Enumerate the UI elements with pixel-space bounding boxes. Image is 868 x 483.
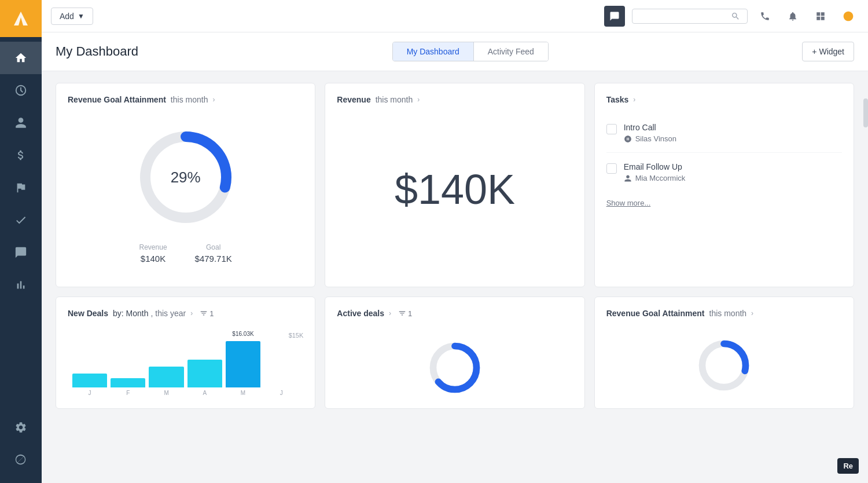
sidebar-item-deals[interactable] bbox=[0, 139, 42, 171]
new-deals-chevron[interactable]: › bbox=[190, 309, 193, 317]
tab-my-dashboard[interactable]: My Dashboard bbox=[393, 42, 474, 61]
revenue-month-card: Revenue this month › $140K bbox=[325, 83, 584, 287]
active-deals-chevron[interactable]: › bbox=[389, 309, 391, 317]
add-widget-button[interactable]: + Widget bbox=[802, 42, 854, 61]
tasks-chevron[interactable]: › bbox=[633, 96, 635, 104]
task-person-intro-call: Silas Vinson bbox=[624, 134, 842, 143]
search-bar[interactable] bbox=[632, 9, 748, 24]
sidebar-item-tasks[interactable] bbox=[0, 204, 42, 236]
chat-icon bbox=[14, 246, 27, 259]
new-deals-filter-count: 1 bbox=[209, 309, 214, 318]
donut-stat-goal: Goal $479.71K bbox=[195, 243, 232, 264]
active-deals-chart bbox=[337, 327, 572, 397]
chat-bubble-icon bbox=[609, 11, 620, 21]
sidebar-item-reports[interactable] bbox=[0, 171, 42, 204]
grid-icon bbox=[815, 11, 826, 21]
task-item-email-followup: Email Follow Up Mia Mccormick bbox=[606, 153, 842, 192]
tasks-card-header: Tasks › bbox=[606, 95, 842, 104]
revenue-month-value: $140K bbox=[337, 114, 572, 265]
svg-marker-0 bbox=[14, 12, 28, 25]
bar-label-f: F bbox=[111, 390, 145, 396]
sidebar-item-home[interactable] bbox=[0, 42, 42, 74]
donut-chart: 29% bbox=[134, 125, 238, 229]
chevron-down-icon: ▼ bbox=[78, 12, 84, 20]
bar-j1 bbox=[72, 374, 107, 387]
new-deals-title-light: , this year bbox=[151, 309, 186, 318]
bar-label-m2: M bbox=[226, 390, 260, 396]
dollar-icon bbox=[14, 149, 27, 162]
revenue-month-chevron[interactable]: › bbox=[417, 96, 420, 104]
revenue-goal-bottom-chevron[interactable]: › bbox=[751, 309, 753, 317]
bar-m2: $16.03K bbox=[226, 341, 260, 387]
task-name-email-followup: Email Follow Up bbox=[624, 162, 842, 171]
sidebar-item-settings[interactable] bbox=[0, 411, 42, 444]
donut-stat-revenue: Revenue $140K bbox=[139, 243, 167, 264]
bar-label-m1: M bbox=[149, 390, 183, 396]
task-content-intro-call: Intro Call Silas Vinson bbox=[624, 123, 842, 143]
task-person-name-email-followup: Mia Mccormick bbox=[635, 174, 686, 182]
revenue-goal-bottom-card: Revenue Goal Attainment this month › bbox=[594, 297, 854, 409]
revenue-goal-bottom-chart bbox=[606, 327, 842, 394]
bar-m1 bbox=[149, 367, 183, 387]
bar-f bbox=[111, 378, 145, 387]
scrollbar-track[interactable] bbox=[863, 93, 868, 483]
task-person-email-followup: Mia Mccormick bbox=[624, 174, 842, 182]
filter-icon-active-deals bbox=[398, 309, 406, 317]
revenue-goal-card-header: Revenue Goal Attainment this month › bbox=[68, 95, 303, 104]
scrollbar-thumb[interactable] bbox=[863, 98, 868, 127]
task-checkbox-email-followup[interactable] bbox=[606, 163, 617, 174]
bar-chart-icon bbox=[14, 279, 27, 291]
grid-button[interactable] bbox=[810, 6, 831, 27]
dashboard-area: Revenue Goal Attainment this month › bbox=[42, 71, 868, 483]
revenue-month-title-bold: Revenue bbox=[337, 95, 370, 104]
active-deals-donut bbox=[426, 339, 484, 397]
revenue-goal-chevron[interactable]: › bbox=[212, 96, 215, 104]
tab-activity-feed[interactable]: Activity Feed bbox=[474, 42, 548, 61]
sidebar-bottom bbox=[0, 411, 42, 476]
bar-label-j1: J bbox=[72, 390, 107, 396]
new-deals-title-bold: New Deals bbox=[68, 309, 108, 318]
task-content-email-followup: Email Follow Up Mia Mccormick bbox=[624, 162, 842, 182]
bar-label-a: A bbox=[187, 390, 222, 396]
tasks-card: Tasks › Intro Call Silas V bbox=[594, 83, 854, 287]
sidebar-item-analytics[interactable] bbox=[0, 269, 42, 301]
sidebar-item-zendesk[interactable] bbox=[0, 444, 42, 476]
tab-group-container: My Dashboard Activity Feed bbox=[138, 42, 802, 61]
bar-label-j2: J bbox=[264, 390, 299, 396]
home-icon bbox=[14, 52, 27, 64]
sidebar-item-feed[interactable] bbox=[0, 74, 42, 107]
task-checkbox-intro-call[interactable] bbox=[606, 124, 617, 134]
phone-button[interactable] bbox=[755, 6, 775, 27]
chat-active-button[interactable] bbox=[604, 6, 625, 27]
task-item-intro-call: Intro Call Silas Vinson bbox=[606, 114, 842, 153]
bar-chart-top-label: $15K bbox=[68, 332, 303, 339]
revenue-goal-bottom-title-light: this month bbox=[709, 309, 747, 318]
zendesk-apps-button[interactable] bbox=[838, 6, 859, 27]
donut-container: 29% Revenue $140K Goal $479.71K bbox=[68, 114, 303, 275]
bar-chart-container: $15K $16.03K J F M bbox=[68, 327, 303, 396]
sidebar-item-contacts[interactable] bbox=[0, 107, 42, 139]
page-header-right: + Widget bbox=[802, 42, 854, 61]
check-icon bbox=[14, 214, 27, 226]
sidebar-item-messages[interactable] bbox=[0, 236, 42, 269]
feed-icon bbox=[14, 84, 27, 97]
notifications-button[interactable] bbox=[782, 6, 803, 27]
search-input[interactable] bbox=[638, 12, 731, 21]
page-header: My Dashboard My Dashboard Activity Feed … bbox=[42, 32, 868, 71]
zendesk-apps-icon bbox=[843, 10, 854, 22]
sidebar-logo[interactable] bbox=[0, 0, 42, 37]
active-deals-filter: 1 bbox=[398, 309, 412, 318]
revenue-goal-title-bold: Revenue Goal Attainment bbox=[68, 95, 166, 104]
add-button[interactable]: Add ▼ bbox=[51, 8, 93, 25]
topbar: Add ▼ bbox=[42, 0, 868, 32]
revenue-goal-bottom-title-bold: Revenue Goal Attainment bbox=[606, 309, 705, 318]
revenue-goal-title-light: this month bbox=[171, 95, 208, 104]
zendesk-icon bbox=[14, 453, 27, 466]
show-more-link[interactable]: Show more... bbox=[606, 199, 651, 207]
re-badge[interactable]: Re bbox=[837, 458, 859, 474]
person-icon bbox=[14, 116, 27, 129]
dashboard-grid: Revenue Goal Attainment this month › bbox=[56, 83, 854, 409]
task-person-name-intro-call: Silas Vinson bbox=[635, 134, 676, 143]
new-deals-filter: 1 bbox=[200, 309, 214, 318]
logo-icon bbox=[12, 9, 30, 28]
